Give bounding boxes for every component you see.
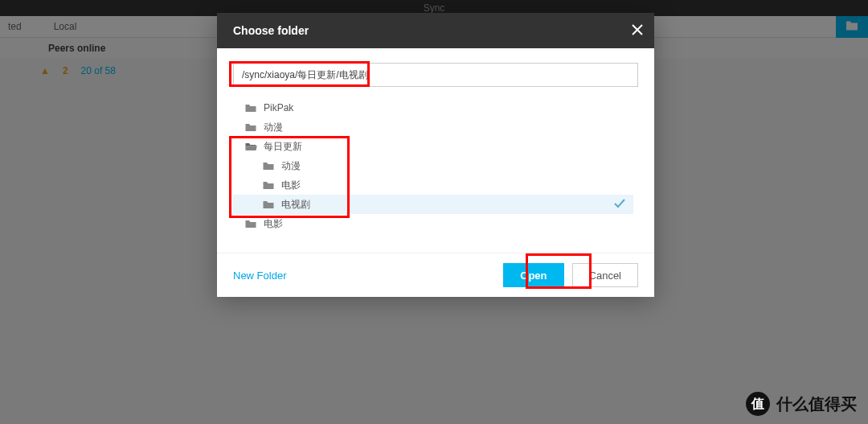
tree-item-label: 每日更新 <box>264 140 302 154</box>
modal-header: Choose folder <box>217 13 654 48</box>
folder-tree[interactable]: PikPak动漫每日更新动漫电影电视剧电影 <box>233 98 638 245</box>
tree-item-label: 动漫 <box>281 159 301 173</box>
folder-icon <box>244 103 257 113</box>
close-icon <box>632 25 643 38</box>
watermark-badge: 值 <box>746 392 770 416</box>
folder-icon <box>262 180 275 191</box>
cancel-button[interactable]: Cancel <box>572 263 638 287</box>
open-button[interactable]: Open <box>503 263 563 287</box>
tree-item[interactable]: 动漫 <box>233 156 633 175</box>
watermark-text: 什么值得买 <box>776 393 857 415</box>
folder-icon <box>244 122 257 133</box>
tree-item[interactable]: 每日更新 <box>233 137 633 156</box>
modal-footer: New Folder Open Cancel <box>217 253 654 297</box>
new-folder-link[interactable]: New Folder <box>233 270 286 282</box>
close-button[interactable] <box>632 24 643 37</box>
check-icon <box>614 198 625 212</box>
tree-item[interactable]: 动漫 <box>233 117 633 137</box>
folder-icon <box>262 200 275 210</box>
tree-item[interactable]: PikPak <box>233 98 633 117</box>
tree-item-label: 电影 <box>264 217 283 231</box>
folder-path-input[interactable] <box>233 63 638 87</box>
tree-item-label: 电影 <box>281 179 301 192</box>
folder-icon <box>244 219 257 229</box>
modal-body: PikPak动漫每日更新动漫电影电视剧电影 <box>217 48 654 253</box>
tree-item[interactable]: 电影 <box>233 214 633 233</box>
folder-tree-container: PikPak动漫每日更新动漫电影电视剧电影 <box>233 98 638 245</box>
tree-item-label: PikPak <box>264 102 293 113</box>
tree-item-label: 电视剧 <box>281 198 310 212</box>
choose-folder-modal: Choose folder PikPak动漫每日更新动漫电影电视剧电影 New … <box>217 13 654 297</box>
folder-open-icon <box>244 142 257 152</box>
tree-item-label: 动漫 <box>264 121 283 134</box>
folder-icon <box>262 161 275 171</box>
tree-item[interactable]: 电影 <box>233 175 633 195</box>
watermark: 值 什么值得买 <box>746 392 857 416</box>
tree-item[interactable]: 电视剧 <box>233 195 633 214</box>
modal-title: Choose folder <box>233 24 309 37</box>
